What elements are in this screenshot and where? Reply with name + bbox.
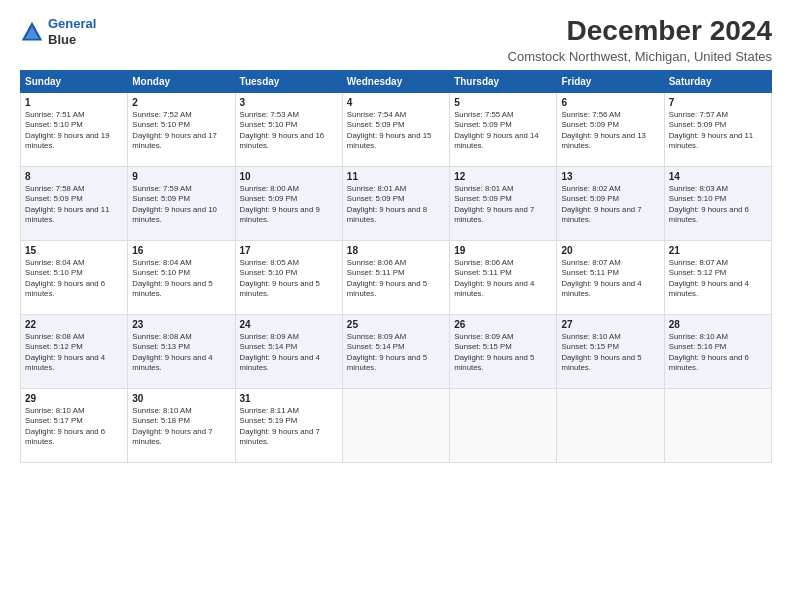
day-info: Sunrise: 7:51 AMSunset: 5:10 PMDaylight:… [25,110,123,152]
title-block: December 2024 Comstock Northwest, Michig… [508,16,772,64]
weekday-sunday: Sunday [21,70,128,92]
page-header: General Blue December 2024 Comstock Nort… [20,16,772,64]
calendar-cell: 9Sunrise: 7:59 AMSunset: 5:09 PMDaylight… [128,166,235,240]
calendar-cell: 18Sunrise: 8:06 AMSunset: 5:11 PMDayligh… [342,240,449,314]
day-number: 19 [454,245,552,256]
day-number: 26 [454,319,552,330]
day-number: 20 [561,245,659,256]
day-number: 24 [240,319,338,330]
weekday-monday: Monday [128,70,235,92]
day-number: 1 [25,97,123,108]
day-info: Sunrise: 8:01 AMSunset: 5:09 PMDaylight:… [347,184,445,226]
day-number: 5 [454,97,552,108]
calendar-table: SundayMondayTuesdayWednesdayThursdayFrid… [20,70,772,463]
logo-text: General Blue [48,16,96,47]
calendar-cell: 22Sunrise: 8:08 AMSunset: 5:12 PMDayligh… [21,314,128,388]
day-number: 10 [240,171,338,182]
calendar-cell: 19Sunrise: 8:06 AMSunset: 5:11 PMDayligh… [450,240,557,314]
day-number: 22 [25,319,123,330]
logo: General Blue [20,16,96,47]
day-number: 27 [561,319,659,330]
day-number: 12 [454,171,552,182]
day-info: Sunrise: 7:58 AMSunset: 5:09 PMDaylight:… [25,184,123,226]
day-number: 2 [132,97,230,108]
day-number: 30 [132,393,230,404]
day-info: Sunrise: 8:08 AMSunset: 5:12 PMDaylight:… [25,332,123,374]
day-info: Sunrise: 7:57 AMSunset: 5:09 PMDaylight:… [669,110,767,152]
day-info: Sunrise: 8:00 AMSunset: 5:09 PMDaylight:… [240,184,338,226]
calendar-week-2: 8Sunrise: 7:58 AMSunset: 5:09 PMDaylight… [21,166,772,240]
calendar-cell: 5Sunrise: 7:55 AMSunset: 5:09 PMDaylight… [450,92,557,166]
day-info: Sunrise: 8:11 AMSunset: 5:19 PMDaylight:… [240,406,338,448]
calendar-cell: 29Sunrise: 8:10 AMSunset: 5:17 PMDayligh… [21,388,128,462]
calendar-cell: 13Sunrise: 8:02 AMSunset: 5:09 PMDayligh… [557,166,664,240]
calendar-cell: 15Sunrise: 8:04 AMSunset: 5:10 PMDayligh… [21,240,128,314]
calendar-cell: 14Sunrise: 8:03 AMSunset: 5:10 PMDayligh… [664,166,771,240]
calendar-cell: 28Sunrise: 8:10 AMSunset: 5:16 PMDayligh… [664,314,771,388]
weekday-header-row: SundayMondayTuesdayWednesdayThursdayFrid… [21,70,772,92]
logo-line1: General [48,16,96,31]
calendar-cell: 4Sunrise: 7:54 AMSunset: 5:09 PMDaylight… [342,92,449,166]
day-info: Sunrise: 8:04 AMSunset: 5:10 PMDaylight:… [25,258,123,300]
day-info: Sunrise: 8:02 AMSunset: 5:09 PMDaylight:… [561,184,659,226]
calendar-cell [664,388,771,462]
day-info: Sunrise: 8:09 AMSunset: 5:15 PMDaylight:… [454,332,552,374]
day-info: Sunrise: 8:07 AMSunset: 5:11 PMDaylight:… [561,258,659,300]
calendar-cell: 6Sunrise: 7:56 AMSunset: 5:09 PMDaylight… [557,92,664,166]
day-number: 16 [132,245,230,256]
day-info: Sunrise: 7:56 AMSunset: 5:09 PMDaylight:… [561,110,659,152]
day-info: Sunrise: 8:10 AMSunset: 5:18 PMDaylight:… [132,406,230,448]
calendar-cell: 3Sunrise: 7:53 AMSunset: 5:10 PMDaylight… [235,92,342,166]
day-number: 14 [669,171,767,182]
calendar-cell [342,388,449,462]
calendar-cell: 25Sunrise: 8:09 AMSunset: 5:14 PMDayligh… [342,314,449,388]
calendar-cell: 7Sunrise: 7:57 AMSunset: 5:09 PMDaylight… [664,92,771,166]
logo-line2: Blue [48,32,96,48]
calendar-week-3: 15Sunrise: 8:04 AMSunset: 5:10 PMDayligh… [21,240,772,314]
calendar-cell: 11Sunrise: 8:01 AMSunset: 5:09 PMDayligh… [342,166,449,240]
day-number: 7 [669,97,767,108]
day-info: Sunrise: 8:05 AMSunset: 5:10 PMDaylight:… [240,258,338,300]
day-info: Sunrise: 7:53 AMSunset: 5:10 PMDaylight:… [240,110,338,152]
logo-icon [20,20,44,44]
day-info: Sunrise: 8:06 AMSunset: 5:11 PMDaylight:… [347,258,445,300]
day-info: Sunrise: 8:10 AMSunset: 5:17 PMDaylight:… [25,406,123,448]
calendar-week-4: 22Sunrise: 8:08 AMSunset: 5:12 PMDayligh… [21,314,772,388]
weekday-wednesday: Wednesday [342,70,449,92]
day-info: Sunrise: 8:01 AMSunset: 5:09 PMDaylight:… [454,184,552,226]
weekday-friday: Friday [557,70,664,92]
calendar-cell: 8Sunrise: 7:58 AMSunset: 5:09 PMDaylight… [21,166,128,240]
day-number: 11 [347,171,445,182]
day-info: Sunrise: 7:52 AMSunset: 5:10 PMDaylight:… [132,110,230,152]
calendar-cell [450,388,557,462]
weekday-thursday: Thursday [450,70,557,92]
day-info: Sunrise: 8:09 AMSunset: 5:14 PMDaylight:… [347,332,445,374]
calendar-body: 1Sunrise: 7:51 AMSunset: 5:10 PMDaylight… [21,92,772,462]
calendar-cell [557,388,664,462]
calendar-cell: 27Sunrise: 8:10 AMSunset: 5:15 PMDayligh… [557,314,664,388]
day-number: 4 [347,97,445,108]
calendar-cell: 16Sunrise: 8:04 AMSunset: 5:10 PMDayligh… [128,240,235,314]
location-title: Comstock Northwest, Michigan, United Sta… [508,49,772,64]
day-number: 18 [347,245,445,256]
calendar-cell: 2Sunrise: 7:52 AMSunset: 5:10 PMDaylight… [128,92,235,166]
calendar-week-5: 29Sunrise: 8:10 AMSunset: 5:17 PMDayligh… [21,388,772,462]
day-info: Sunrise: 8:08 AMSunset: 5:13 PMDaylight:… [132,332,230,374]
day-number: 9 [132,171,230,182]
calendar-cell: 30Sunrise: 8:10 AMSunset: 5:18 PMDayligh… [128,388,235,462]
calendar-cell: 17Sunrise: 8:05 AMSunset: 5:10 PMDayligh… [235,240,342,314]
day-info: Sunrise: 7:55 AMSunset: 5:09 PMDaylight:… [454,110,552,152]
day-info: Sunrise: 7:59 AMSunset: 5:09 PMDaylight:… [132,184,230,226]
day-info: Sunrise: 8:03 AMSunset: 5:10 PMDaylight:… [669,184,767,226]
day-number: 31 [240,393,338,404]
weekday-tuesday: Tuesday [235,70,342,92]
day-number: 28 [669,319,767,330]
weekday-saturday: Saturday [664,70,771,92]
day-number: 29 [25,393,123,404]
day-number: 25 [347,319,445,330]
day-info: Sunrise: 7:54 AMSunset: 5:09 PMDaylight:… [347,110,445,152]
day-info: Sunrise: 8:07 AMSunset: 5:12 PMDaylight:… [669,258,767,300]
day-number: 6 [561,97,659,108]
day-number: 15 [25,245,123,256]
day-info: Sunrise: 8:04 AMSunset: 5:10 PMDaylight:… [132,258,230,300]
